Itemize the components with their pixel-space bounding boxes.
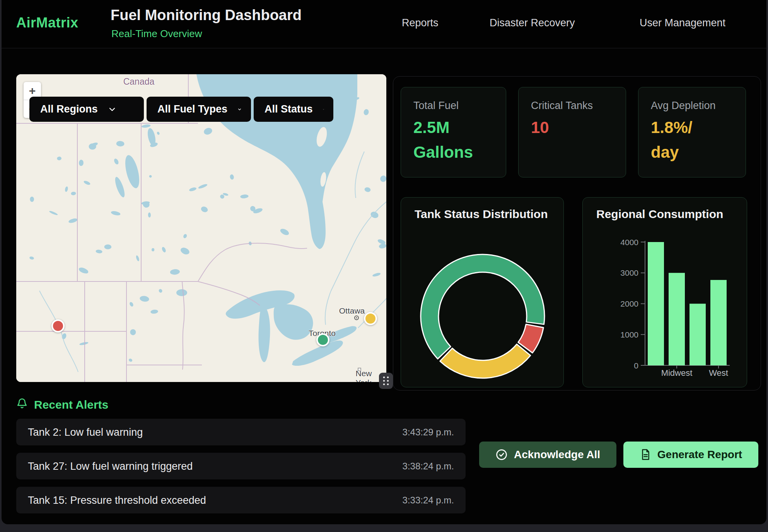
map-label-canada: Canada xyxy=(123,77,155,87)
chevron-down-icon xyxy=(323,105,324,114)
stat-value: 2.5M Gallons xyxy=(413,115,473,165)
stat-card-total-fuel: Total Fuel 2.5M Gallons xyxy=(401,87,506,177)
stat-label: Avg Depletion xyxy=(651,100,716,112)
alert-row[interactable]: Tank 2: Low fuel warning 3:43:29 p.m. xyxy=(16,419,466,445)
brand-logo: AirMatrix xyxy=(16,15,79,31)
svg-text:Midwest: Midwest xyxy=(661,368,693,378)
tank-status-donut-chart xyxy=(401,198,563,387)
region-filter-value: All Regions xyxy=(40,103,98,115)
tank-status-chart-panel: Tank Status Distribution xyxy=(401,197,564,387)
chevron-down-icon xyxy=(237,105,242,114)
alert-message: Tank 2: Low fuel warning xyxy=(28,426,143,438)
stat-label: Critical Tanks xyxy=(531,100,593,112)
svg-text:0: 0 xyxy=(634,361,638,370)
svg-text:West: West xyxy=(709,368,728,378)
chart-title: Tank Status Distribution xyxy=(415,208,548,221)
chevron-down-icon xyxy=(108,105,116,114)
stat-value: 10 xyxy=(531,115,549,140)
alert-message: Tank 15: Pressure threshold exceeded xyxy=(28,494,206,506)
alert-row[interactable]: Tank 27: Low fuel warning triggered 3:38… xyxy=(16,453,466,479)
status-filter-dropdown[interactable]: All Status xyxy=(254,97,333,122)
map-label-new-york: New York xyxy=(356,369,376,382)
alerts-section-title: Recent Alerts xyxy=(34,398,108,411)
header: AirMatrix Fuel Monitoring Dashboard Real… xyxy=(2,0,766,48)
fuel-type-filter-value: All Fuel Types xyxy=(157,103,227,115)
alert-message: Tank 27: Low fuel warning triggered xyxy=(28,460,193,472)
map-label-ottawa: Ottawa xyxy=(339,306,365,315)
alert-row[interactable]: Tank 15: Pressure threshold exceeded 3:3… xyxy=(16,487,466,513)
page-subtitle: Real-Time Overview xyxy=(111,28,202,40)
stat-value: 1.8%/ day xyxy=(651,115,692,165)
alert-timestamp: 3:43:29 p.m. xyxy=(403,427,454,438)
generate-report-button[interactable]: Generate Report xyxy=(623,442,758,468)
bell-icon xyxy=(16,397,28,410)
map-panel[interactable]: Canada Ottawa Toronto New York + − All R… xyxy=(16,74,386,382)
stat-card-avg-depletion: Avg Depletion 1.8%/ day xyxy=(638,87,746,177)
map-filter-bar: All Regions All Fuel Types All Status xyxy=(29,97,333,122)
generate-report-label: Generate Report xyxy=(657,448,742,461)
fuel-type-filter-dropdown[interactable]: All Fuel Types xyxy=(147,97,251,122)
region-filter-dropdown[interactable]: All Regions xyxy=(29,97,144,122)
map-resize-grip-icon[interactable] xyxy=(379,373,393,389)
stat-card-critical-tanks: Critical Tanks 10 xyxy=(518,87,626,177)
tank-marker-warning[interactable] xyxy=(364,312,377,325)
svg-text:3000: 3000 xyxy=(620,268,638,277)
app-window: AirMatrix Fuel Monitoring Dashboard Real… xyxy=(2,0,766,524)
status-filter-value: All Status xyxy=(265,103,313,115)
check-circle-icon xyxy=(495,448,508,461)
tank-marker-critical[interactable] xyxy=(51,319,65,332)
nav-disaster-recovery[interactable]: Disaster Recovery xyxy=(490,17,575,29)
regional-consumption-bar-chart: 40003000200010000MidwestWest xyxy=(583,198,747,387)
nav-user-management[interactable]: User Management xyxy=(640,17,725,29)
acknowledge-all-button[interactable]: Acknowledge All xyxy=(479,442,616,468)
file-report-icon xyxy=(640,448,651,461)
svg-text:2000: 2000 xyxy=(620,299,638,308)
alert-timestamp: 3:33:24 p.m. xyxy=(403,495,454,506)
chart-title: Regional Consumption xyxy=(596,208,723,221)
page-title: Fuel Monitoring Dashboard xyxy=(111,7,302,24)
regional-consumption-chart-panel: Regional Consumption 40003000200010000Mi… xyxy=(582,197,747,387)
tank-marker-optimal[interactable] xyxy=(316,333,329,346)
alert-timestamp: 3:38:24 p.m. xyxy=(403,461,454,472)
svg-text:4000: 4000 xyxy=(620,238,638,247)
stat-label: Total Fuel xyxy=(413,100,459,112)
acknowledge-all-label: Acknowledge All xyxy=(514,448,600,461)
svg-text:1000: 1000 xyxy=(620,330,638,339)
nav-reports[interactable]: Reports xyxy=(402,17,439,29)
